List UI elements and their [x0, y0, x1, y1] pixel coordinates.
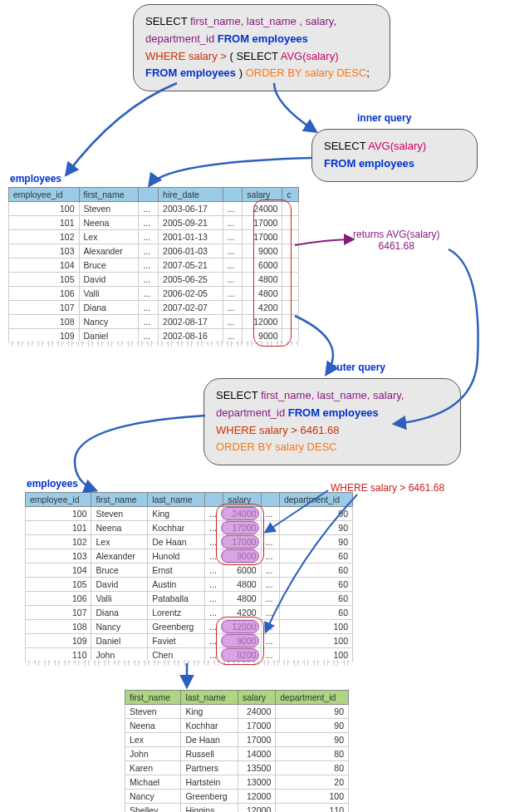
- main-query-bubble: SELECT first_name, last_name , salary, d…: [133, 4, 390, 91]
- cell: ...: [261, 507, 279, 521]
- col-header: c: [282, 188, 299, 202]
- cell: Daniel: [79, 329, 139, 343]
- cell: ...: [139, 258, 159, 273]
- cell: Nancy: [79, 315, 139, 329]
- cell: 2007-02-07: [159, 301, 223, 315]
- col-header: employee_id: [26, 493, 91, 507]
- cell: ...: [139, 244, 159, 258]
- cell: 17000: [223, 521, 261, 535]
- cell: 8200: [223, 648, 261, 662]
- cell: ...: [205, 521, 223, 535]
- cell: ...: [261, 549, 279, 563]
- cell: 90: [276, 719, 349, 733]
- cell: [282, 315, 299, 329]
- oq-from: FROM employees: [288, 406, 379, 419]
- cell: 4800: [243, 287, 282, 301]
- cell: ...: [223, 230, 243, 244]
- cell: 2007-05-21: [159, 258, 223, 273]
- cell: 80: [276, 761, 349, 775]
- cell: [282, 202, 299, 216]
- col-header: first_name: [125, 691, 181, 705]
- cell: Bruce: [79, 258, 139, 273]
- oq-orderby: ORDER BY salary DESC: [216, 440, 337, 453]
- cell: ...: [223, 315, 243, 329]
- cell: 101: [26, 521, 91, 535]
- cell: ...: [223, 244, 243, 258]
- table-row: JohnRussell1400080: [125, 747, 349, 761]
- cell: 6000: [223, 563, 261, 578]
- cell: ...: [261, 620, 279, 634]
- cell: 100: [279, 620, 352, 634]
- table-row: 102Lex...2001-01-13...17000: [9, 230, 299, 244]
- cell: 12000: [223, 620, 261, 634]
- cell: De Haan: [148, 535, 205, 549]
- cell: 100: [26, 507, 91, 521]
- table-row: 109Daniel...2002-08-16...9000: [9, 329, 299, 343]
- cell: ...: [205, 535, 223, 549]
- table2-label: employees: [27, 478, 78, 490]
- cell: 12000: [238, 804, 276, 813]
- cell: 2005-06-25: [159, 273, 223, 287]
- cell: ...: [261, 592, 279, 606]
- cell: ...: [139, 230, 159, 244]
- col-header: department_id: [276, 691, 349, 705]
- cell: Bruce: [91, 563, 148, 578]
- cell: Pataballa: [148, 592, 205, 606]
- employees-table-1: employee_idfirst_namehire_datesalaryc100…: [8, 187, 299, 343]
- cell: 4200: [223, 606, 261, 620]
- cell: 100: [279, 648, 352, 662]
- cell: 2006-02-05: [159, 287, 223, 301]
- outer-query-bubble: SELECT first_name, last_name, salary, de…: [203, 378, 461, 465]
- cell: Lex: [91, 535, 148, 549]
- cell: ...: [205, 507, 223, 521]
- cell: ...: [261, 648, 279, 662]
- table-row: NancyGreenberg12000100: [125, 790, 349, 804]
- sql-from: FROM employees: [218, 32, 308, 45]
- cell: Partners: [181, 761, 238, 775]
- cell: ...: [205, 648, 223, 662]
- cell: ...: [223, 258, 243, 273]
- cell: ...: [205, 606, 223, 620]
- cell: ...: [223, 287, 243, 301]
- cell: Michael: [125, 775, 181, 790]
- cell: 13000: [238, 775, 276, 790]
- iq-avg: AVG(salary): [368, 140, 426, 152]
- cell: ...: [139, 329, 159, 343]
- table1-label: employees: [10, 173, 61, 185]
- cell: 17000: [223, 535, 261, 549]
- cell: Neena: [79, 216, 139, 230]
- cell: [282, 244, 299, 258]
- cell: Daniel: [91, 634, 148, 648]
- sql-select: SELECT: [145, 15, 190, 27]
- cell: 2001-01-13: [159, 230, 223, 244]
- cell: ...: [139, 315, 159, 329]
- col-header: [139, 188, 159, 202]
- cell: 101: [9, 216, 80, 230]
- cell: [282, 258, 299, 273]
- cell: Neena: [125, 719, 181, 733]
- cell: 90: [276, 705, 349, 719]
- table-row: 107Diana...2007-02-07...4200: [9, 301, 299, 315]
- result-table: first_namelast_namesalarydepartment_idSt…: [125, 690, 349, 812]
- cell: ...: [223, 202, 243, 216]
- returns-label: returns AVG(salary) 6461.68: [353, 229, 439, 252]
- cell: 103: [9, 244, 80, 258]
- table-row: 103Alexander...2006-01-03...9000: [9, 244, 299, 258]
- table-row: LexDe Haan1700090: [125, 733, 349, 747]
- inner-query-label: inner query: [357, 112, 411, 124]
- table-row: 107DianaLorentz...4200...60: [26, 606, 353, 620]
- oq-where: WHERE salary > 6461.68: [216, 424, 339, 436]
- col-header: [261, 493, 279, 507]
- cell: [282, 216, 299, 230]
- cell: 24000: [243, 202, 282, 216]
- cell: 103: [26, 549, 91, 563]
- cell: 17000: [243, 216, 282, 230]
- cell: 4200: [243, 301, 282, 315]
- employees-table-2: employee_idfirst_namelast_namesalarydepa…: [25, 492, 353, 662]
- cell: 90: [279, 507, 352, 521]
- sql-semi: ;: [366, 66, 370, 79]
- col-header: salary: [238, 691, 276, 705]
- cell: Steven: [91, 507, 148, 521]
- table-row: StevenKing2400090: [125, 705, 349, 719]
- cell: 100: [9, 202, 80, 216]
